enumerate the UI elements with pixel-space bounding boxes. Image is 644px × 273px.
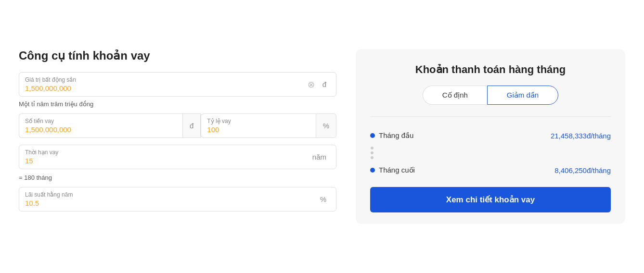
loan-amount-value: 1,500,000,000 [25,125,177,134]
loan-amount-inner: Số tiền vay 1,500,000,000 [25,118,177,134]
loan-term-label: Thời hạn vay [25,149,309,156]
loan-ratio-label: Tỷ lệ vay [207,118,309,124]
loan-amount-suffix: đ [182,113,201,138]
interest-rate-label: Lãi suất hằng năm [25,191,316,198]
page-title: Công cụ tính khoản vay [19,49,336,62]
loan-amount-label: Số tiền vay [25,118,177,124]
cta-button[interactable]: Xem chi tiết khoản vay [370,187,611,212]
property-value-value: 1,500,000,000 [25,84,308,92]
fixed-toggle[interactable]: Cố định [423,86,487,105]
first-month-label: Tháng đầu [370,131,413,140]
interest-rate-suffix: % [316,195,330,203]
property-value-subtext: Một tỉ năm trăm triệu đồng [19,100,336,108]
property-value-group[interactable]: Giá trị bất động sản 1,500,000,000 ⊗ đ [19,72,336,97]
left-panel: Công cụ tính khoản vay Giá trị bất động … [19,49,336,224]
loan-term-inner: Thời hạn vay 15 [25,149,309,165]
property-value-suffix: đ [319,80,330,88]
dots-separator [370,145,611,161]
last-month-row: Tháng cuối 8,406,250đ/tháng [370,161,611,179]
first-month-row: Tháng đầu 21,458,333đ/tháng [370,126,611,145]
toggle-row: Cố định Giảm dần [370,86,611,105]
interest-rate-inner: Lãi suất hằng năm 10.5 [25,191,316,207]
dot-1 [371,147,374,149]
loan-term-group[interactable]: Thời hạn vay 15 năm [19,145,336,169]
dot-2 [371,151,374,154]
dot-3 [371,156,374,159]
last-month-amount: 8,406,250đ/tháng [554,166,611,174]
first-month-amount: 21,458,333đ/tháng [551,132,611,140]
right-title: Khoản thanh toán hàng tháng [370,63,611,76]
last-month-label: Tháng cuối [370,166,415,174]
loan-ratio-group[interactable]: Tỷ lệ vay 100 [201,113,315,138]
property-value-inner: Giá trị bất động sản 1,500,000,000 [25,76,308,92]
last-month-dot [370,168,375,173]
decreasing-toggle[interactable]: Giảm dần [487,86,558,105]
loan-term-value: 15 [25,157,309,165]
loan-term-suffix: năm [309,153,330,161]
loan-amount-group[interactable]: Số tiền vay 1,500,000,000 [19,113,182,138]
clear-icon[interactable]: ⊗ [308,79,315,90]
interest-rate-value: 10.5 [25,199,316,207]
loan-term-subtext: = 180 tháng [19,174,336,181]
loan-row: Số tiền vay 1,500,000,000 đ Tỷ lệ vay 10… [19,113,336,138]
interest-rate-group[interactable]: Lãi suất hằng năm 10.5 % [19,187,336,211]
property-value-label: Giá trị bất động sản [25,76,308,83]
first-month-dot [370,133,375,138]
divider [370,116,611,117]
loan-ratio-suffix: % [316,113,336,138]
right-panel: Khoản thanh toán hàng tháng Cố định Giảm… [356,49,625,224]
loan-ratio-value: 100 [207,125,309,134]
